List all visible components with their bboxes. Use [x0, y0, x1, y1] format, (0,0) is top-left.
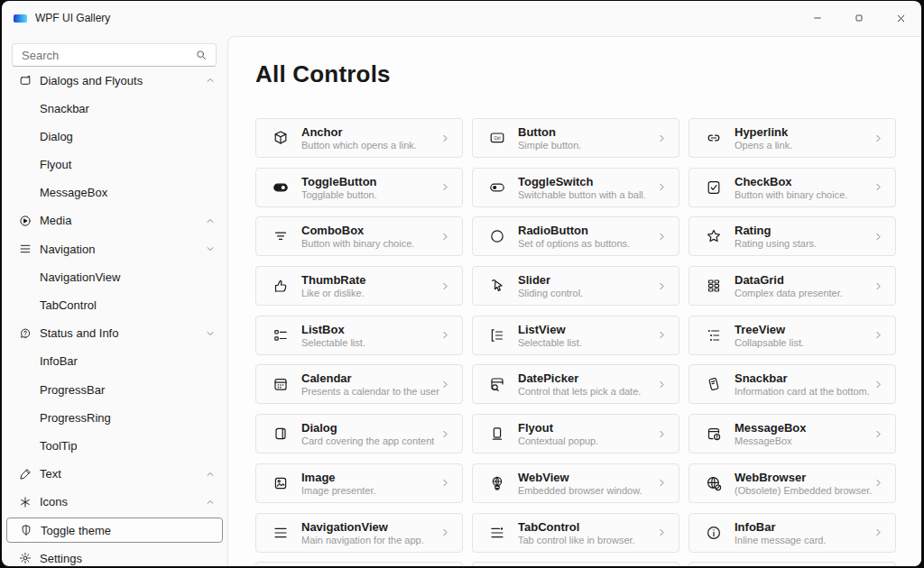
control-card-checkbox[interactable]: CheckBoxButton with binary choice.	[688, 168, 896, 207]
chevron-right-icon	[873, 428, 884, 440]
control-card-description: Sliding control.	[518, 288, 583, 298]
control-card-description: MessageBox	[735, 435, 806, 446]
info-circle-icon	[705, 524, 723, 542]
control-card-listview[interactable]: ListViewSelectable list.	[472, 316, 679, 355]
pointer-icon	[488, 277, 506, 295]
sidebar-item-progressring[interactable]: ProgressRing	[6, 405, 223, 430]
control-card-title: WebView	[518, 471, 642, 484]
chevron-right-icon	[439, 428, 451, 440]
control-card-description: Complex data presenter.	[735, 288, 843, 298]
sidebar-item-tabcontrol[interactable]: TabControl	[6, 293, 223, 318]
sidebar-item-media[interactable]: Media	[6, 208, 223, 234]
control-card-title: Image	[301, 471, 376, 484]
tree-view-icon	[705, 326, 723, 344]
control-card-dialog[interactable]: DialogCard covering the app content	[255, 414, 463, 453]
sidebar-item-navigation[interactable]: Navigation	[6, 236, 223, 261]
chevron-right-icon	[873, 231, 884, 243]
control-card-rating[interactable]: RatingRating using stars.	[688, 216, 896, 256]
control-card-partial[interactable]	[255, 562, 463, 566]
maximize-button[interactable]	[838, 1, 880, 35]
control-card-description: Image presenter.	[301, 485, 376, 496]
control-card-title: ListBox	[301, 323, 365, 336]
control-card-description: Simple button.	[518, 140, 581, 151]
control-card-togglebutton[interactable]: ToggleButtonTogglable button.	[255, 168, 463, 207]
control-card-snackbar[interactable]: SnackbarInformation card at the bottom.	[688, 364, 896, 404]
control-card-hyperlink[interactable]: HyperlinkOpens a link.	[688, 118, 896, 158]
chevron-up-icon	[205, 469, 216, 480]
dialogs-flyouts-icon	[18, 76, 32, 87]
search-box[interactable]	[12, 43, 217, 67]
control-card-slider[interactable]: SliderSliding control.	[472, 266, 679, 306]
globe-obsolete-icon	[705, 474, 723, 492]
chevron-down-icon	[205, 328, 216, 339]
control-card-webview[interactable]: WebViewEmbedded browser window.	[472, 463, 679, 503]
sidebar-item-dialogs-and-flyouts[interactable]: Dialogs and Flyouts	[6, 76, 223, 93]
control-card-calendar[interactable]: CalendarPresents a calendar to the user.	[255, 364, 463, 404]
minimize-button[interactable]	[797, 1, 838, 35]
combobox-lines-icon	[272, 227, 290, 245]
control-card-treeview[interactable]: TreeViewCollapsable list.	[688, 316, 896, 355]
sidebar: Dialogs and FlyoutsSnackbarDialogFlyoutM…	[2, 35, 227, 566]
chevron-right-icon	[873, 133, 884, 144]
sidebar-item-label: MessageBox	[40, 186, 107, 199]
control-card-description: (Obsolete) Embedded browser.	[735, 485, 872, 496]
sidebar-item-dialog[interactable]: Dialog	[6, 124, 223, 149]
control-card-navigationview[interactable]: NavigationViewMain navigation for the ap…	[255, 513, 463, 553]
chevron-right-icon	[656, 181, 668, 193]
sidebar-item-settings[interactable]: Settings	[6, 545, 223, 566]
control-card-combobox[interactable]: ComboBoxButton with binary choice.	[255, 216, 463, 256]
sidebar-item-infobar[interactable]: InfoBar	[6, 349, 223, 374]
control-card-datagrid[interactable]: DataGridComplex data presenter.	[688, 266, 896, 306]
close-button[interactable]	[880, 1, 921, 35]
list-box-icon	[272, 326, 290, 344]
control-card-toggleswitch[interactable]: ToggleSwitchSwitchable button with a bal…	[472, 168, 679, 207]
chevron-right-icon	[439, 379, 451, 390]
control-card-image[interactable]: ImageImage presenter.	[255, 463, 463, 503]
control-card-webbrowser[interactable]: WebBrowser(Obsolete) Embedded browser.	[688, 463, 896, 503]
minimize-icon	[812, 13, 823, 23]
chevron-right-icon	[873, 280, 884, 292]
control-card-title: Hyperlink	[735, 125, 792, 139]
sidebar-item-status-and-info[interactable]: Status and Info	[6, 321, 223, 346]
control-card-description: Togglable button.	[301, 189, 377, 200]
controls-grid: AnchorButton which opens a link.CtrlButt…	[255, 118, 896, 566]
app-logo-icon	[14, 14, 27, 23]
search-input[interactable]	[13, 49, 195, 62]
control-card-title: MessageBox	[735, 421, 806, 435]
control-card-description: Inline message card.	[735, 535, 827, 545]
control-card-partial[interactable]	[688, 562, 896, 566]
control-card-partial[interactable]	[472, 562, 679, 566]
sidebar-item-navigationview[interactable]: NavigationView	[6, 264, 223, 289]
sidebar-item-tooltip[interactable]: ToolTip	[6, 433, 223, 458]
control-card-anchor[interactable]: AnchorButton which opens a link.	[255, 118, 463, 158]
chevron-right-icon	[656, 379, 668, 390]
control-card-datepicker[interactable]: DatePickerControl that lets pick a date.	[472, 364, 679, 404]
control-card-tabcontrol[interactable]: TabControlTab control like in browser.	[472, 513, 679, 553]
control-card-flyout[interactable]: FlyoutContextual popup.	[472, 414, 679, 453]
sidebar-item-toggle-theme[interactable]: Toggle theme	[6, 518, 223, 543]
sidebar-item-label: Snackbar	[40, 102, 89, 115]
sidebar-item-label: ProgressRing	[40, 411, 111, 425]
sidebar-item-messagebox[interactable]: MessageBox	[6, 180, 223, 206]
control-card-infobar[interactable]: InfoBarInline message card.	[688, 513, 896, 553]
sidebar-item-label: Media	[40, 214, 71, 227]
control-card-messagebox[interactable]: MessageBoxMessageBox	[688, 414, 896, 453]
cube-icon	[272, 129, 290, 147]
control-card-description: Collapsable list.	[735, 337, 804, 348]
control-card-button[interactable]: CtrlButtonSimple button.	[472, 118, 679, 158]
sidebar-item-progressbar[interactable]: ProgressBar	[6, 377, 223, 402]
image-icon	[272, 474, 290, 492]
sidebar-item-text[interactable]: Text	[6, 462, 223, 487]
sidebar-item-label: Status and Info	[40, 326, 118, 340]
control-card-description: Rating using stars.	[735, 238, 817, 249]
sidebar-item-snackbar[interactable]: Snackbar	[6, 96, 223, 121]
control-card-title: Snackbar	[735, 371, 870, 385]
control-card-listbox[interactable]: ListBoxSelectable list.	[255, 316, 463, 355]
app-window: WPF UI Gallery Dialogs and FlyoutsSnackb…	[2, 1, 921, 566]
control-card-thumbrate[interactable]: ThumbRateLike or dislike.	[255, 266, 463, 306]
sidebar-item-icons[interactable]: Icons	[6, 490, 223, 515]
control-card-title: ThumbRate	[301, 273, 366, 287]
control-card-radiobutton[interactable]: RadioButtonSet of options as buttons.	[472, 216, 679, 256]
icons-symbol-icon	[18, 495, 32, 509]
sidebar-item-flyout[interactable]: Flyout	[6, 152, 223, 178]
